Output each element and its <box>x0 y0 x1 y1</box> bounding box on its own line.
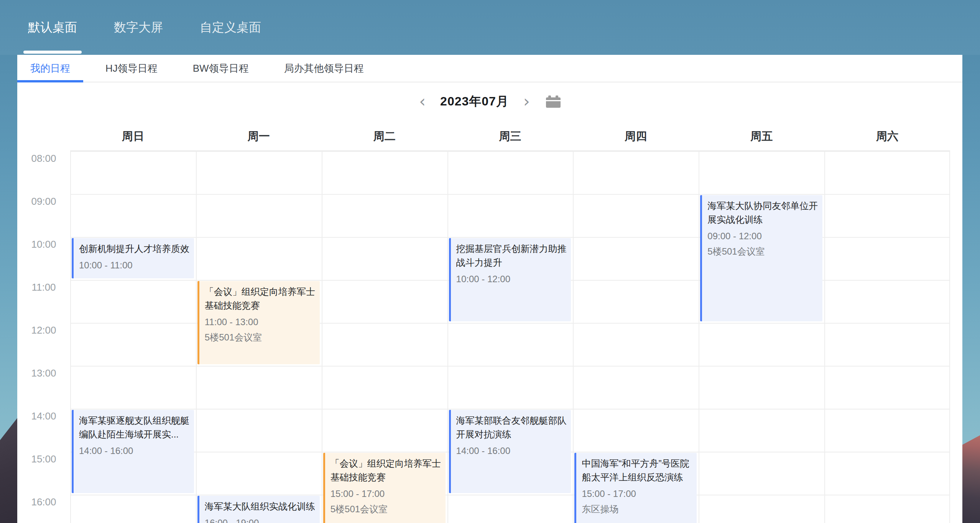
event-location: 5楼501会议室 <box>205 332 316 343</box>
calendar-header: ‹ 2023年07月 › <box>17 82 962 121</box>
desktop-tab[interactable]: 数字大屏 <box>114 0 163 55</box>
weekday-label: 周六 <box>824 123 950 150</box>
event-title: 挖掘基层官兵创新潜力助推战斗力提升 <box>456 242 567 270</box>
schedule-tab[interactable]: 局办其他领导日程 <box>271 55 377 82</box>
time-label: 13:00 <box>17 368 70 378</box>
schedule-tab-bar: 我的日程HJ领导日程BW领导日程局办其他领导日程 <box>17 55 962 82</box>
event-title: 海军某驱逐舰支队组织舰艇编队赴陌生海域开展实... <box>79 414 190 441</box>
time-label: 09:00 <box>17 196 70 206</box>
week-grid[interactable]: 创新机制提升人才培养质效10:00 - 11:00海军某驱逐舰支队组织舰艇编队赴… <box>70 150 950 523</box>
event-time: 10:00 - 12:00 <box>456 273 567 285</box>
prev-month-icon[interactable]: ‹ <box>419 94 426 110</box>
event-card[interactable]: 海军某驱逐舰支队组织舰艇编队赴陌生海域开展实...14:00 - 16:00 <box>72 410 194 493</box>
time-label: 10:00 <box>17 239 70 249</box>
schedule-tab[interactable]: 我的日程 <box>17 55 83 82</box>
time-label: 12:00 <box>17 325 70 335</box>
event-location: 东区操场 <box>582 503 693 515</box>
event-time: 14:00 - 16:00 <box>456 445 567 457</box>
event-time: 11:00 - 13:00 <box>205 316 316 328</box>
event-time: 10:00 - 11:00 <box>79 260 190 271</box>
event-title: 中国海军“和平方舟”号医院船太平洋上组织反恐演练 <box>582 457 693 484</box>
time-label: 16:00 <box>17 497 70 507</box>
desktop-tab-bar: 默认桌面数字大屏自定义桌面 <box>0 0 980 55</box>
event-card[interactable]: 海军某大队协同友邻单位开展实战化训练09:00 - 12:005楼501会议室 <box>700 195 822 321</box>
event-title: 「会议」组织定向培养军士基础技能竞赛 <box>205 285 316 312</box>
weekday-label: 周二 <box>322 123 447 150</box>
desktop-tab[interactable]: 自定义桌面 <box>200 0 261 55</box>
event-time: 15:00 - 17:00 <box>582 488 693 500</box>
calendar-body: 08:0009:0010:0011:0012:0013:0014:0015:00… <box>17 150 962 523</box>
calendar-month-title: 2023年07月 <box>440 93 509 110</box>
weekday-label: 周一 <box>196 123 322 150</box>
event-card[interactable]: 中国海军“和平方舟”号医院船太平洋上组织反恐演练15:00 - 17:00东区操… <box>574 453 697 523</box>
schedule-tab[interactable]: BW领导日程 <box>180 55 262 82</box>
calendar-picker-icon[interactable] <box>546 95 561 108</box>
event-card[interactable]: 「会议」组织定向培养军士基础技能竞赛15:00 - 17:005楼501会议室 <box>323 453 446 523</box>
event-time: 09:00 - 12:00 <box>707 230 819 242</box>
event-title: 创新机制提升人才培养质效 <box>79 242 190 256</box>
time-label: 08:00 <box>17 153 70 163</box>
event-card[interactable]: 创新机制提升人才培养质效10:00 - 11:00 <box>72 238 194 278</box>
event-location: 5楼501会议室 <box>707 246 819 257</box>
schedule-tab[interactable]: HJ领导日程 <box>92 55 171 82</box>
next-month-icon[interactable]: › <box>523 94 530 110</box>
event-time: 15:00 - 17:00 <box>331 488 442 500</box>
time-label: 11:00 <box>17 282 70 292</box>
weekday-label: 周日 <box>70 123 196 150</box>
event-location: 5楼501会议室 <box>331 503 442 515</box>
time-label: 15:00 <box>17 454 70 464</box>
time-label: 14:00 <box>17 411 70 421</box>
weekday-label: 周五 <box>699 123 824 150</box>
event-title: 海军某部联合友邻舰艇部队开展对抗演练 <box>456 414 567 441</box>
weekday-label: 周三 <box>447 123 573 150</box>
event-card[interactable]: 海军某部联合友邻舰艇部队开展对抗演练14:00 - 16:00 <box>449 410 571 493</box>
event-time: 16:00 - 19:00 <box>205 517 316 523</box>
schedule-panel: 我的日程HJ领导日程BW领导日程局办其他领导日程 ‹ 2023年07月 › 周日… <box>17 55 962 523</box>
event-card[interactable]: 海军某大队组织实战化训练16:00 - 19:00 <box>197 496 320 523</box>
desktop-tab[interactable]: 默认桌面 <box>28 0 77 55</box>
event-title: 海军某大队协同友邻单位开展实战化训练 <box>707 199 819 227</box>
weekday-header-row: 周日周一周二周三周四周五周六 <box>70 123 950 150</box>
event-card[interactable]: 「会议」组织定向培养军士基础技能竞赛11:00 - 13:005楼501会议室 <box>197 281 320 364</box>
event-title: 海军某大队组织实战化训练 <box>205 500 316 513</box>
weekday-label: 周四 <box>573 123 699 150</box>
event-title: 「会议」组织定向培养军士基础技能竞赛 <box>331 457 442 484</box>
event-time: 14:00 - 16:00 <box>79 445 190 457</box>
event-card[interactable]: 挖掘基层官兵创新潜力助推战斗力提升10:00 - 12:00 <box>449 238 571 321</box>
